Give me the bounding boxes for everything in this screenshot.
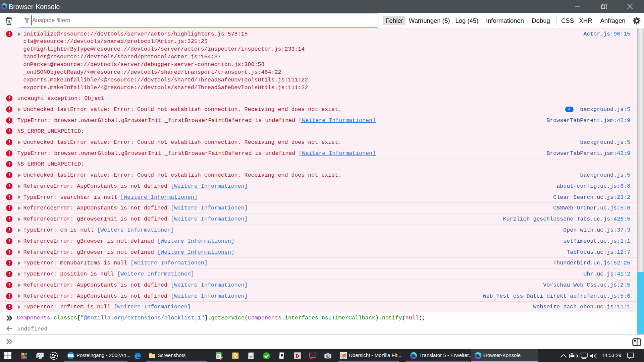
svg-text:D: D — [296, 353, 299, 359]
